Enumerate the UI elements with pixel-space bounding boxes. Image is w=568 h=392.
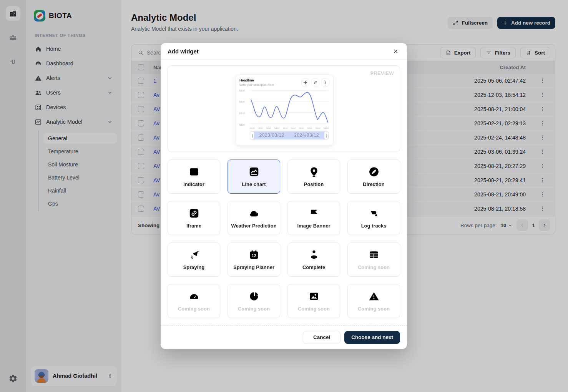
y-axis-label: label: [239, 101, 249, 103]
more-button: [321, 78, 329, 86]
widget-tile-coming-soon-image: Coming soon: [287, 284, 340, 318]
tile-label: Indicator: [183, 181, 204, 187]
widget-tile-spraying[interactable]: Spraying: [168, 243, 220, 277]
y-axis-label: label: [239, 124, 249, 126]
line-chart-icon: [248, 166, 260, 178]
tile-label: Complete: [302, 264, 325, 270]
widget-tile-coming-soon-gauge: Coming soon: [168, 284, 220, 318]
preview-widget-card: Headline Enter your description here lab…: [235, 75, 334, 145]
link-icon: [188, 208, 200, 219]
choose-and-next-button[interactable]: Choose and next: [344, 331, 400, 344]
tile-label: Position: [304, 181, 324, 187]
widget-tile-coming-soon-pie: Coming soon: [228, 284, 280, 318]
tile-label: Coming soon: [238, 306, 270, 312]
tile-label: Line chart: [242, 181, 266, 187]
widget-tile-complete[interactable]: Complete: [287, 243, 340, 277]
tile-label: Direction: [363, 181, 384, 187]
widget-tile-coming-soon-warning: Coming soon: [347, 284, 400, 318]
preview-x-axis: labellabellabellabellabellabellabellabel…: [250, 127, 329, 129]
widget-tile-log-tracks[interactable]: Log tracks: [347, 201, 400, 235]
widget-preview-box: PREVIEW Headline Enter your description …: [168, 65, 400, 152]
x-axis-label: label: [291, 127, 296, 129]
widget-tile-line-chart[interactable]: Line chart: [228, 159, 280, 194]
widget-tile-weather-prediction[interactable]: Weather Prediction: [228, 201, 280, 235]
tile-label: Spraying: [183, 264, 205, 270]
resize-button: [311, 78, 319, 86]
widget-tile-position[interactable]: Position: [287, 159, 340, 194]
modal-body: PREVIEW Headline Enter your description …: [161, 60, 407, 318]
pin-base-icon: [308, 249, 320, 261]
gauge-icon: [188, 291, 200, 302]
slider-right-handle: [324, 131, 329, 140]
tile-label: Coming soon: [298, 306, 330, 312]
modal-close-button[interactable]: [391, 47, 400, 56]
preview-line-chart: labellabellabellabel: [239, 89, 329, 126]
preview-date-range-slider: 2023/03/12 2024/03/12: [250, 131, 329, 140]
indicator-icon: [188, 166, 200, 178]
tile-label: Coming soon: [358, 264, 390, 270]
tile-label: Log tracks: [361, 223, 387, 229]
x-axis-label: label: [282, 127, 287, 129]
widget-tile-direction[interactable]: Direction: [347, 159, 400, 194]
route-icon: [368, 208, 380, 219]
x-axis-label: label: [316, 127, 321, 129]
pie-chart-icon: [248, 291, 260, 302]
modal-footer: Cancel Choose and next: [161, 326, 407, 349]
widget-tile-image-banner[interactable]: Image Banner: [287, 201, 340, 235]
widget-tile-indicator[interactable]: Indicator: [168, 159, 220, 194]
add-widget-modal: Add widget PREVIEW Headline Enter your d…: [161, 43, 407, 349]
image-icon: [308, 291, 320, 302]
warning-triangle-icon: [368, 291, 380, 302]
x-axis-label: label: [274, 127, 279, 129]
x-axis-label: label: [324, 127, 329, 129]
widget-tile-spraying-planner[interactable]: Spraying Planner: [228, 243, 280, 277]
x-axis-label: label: [299, 127, 304, 129]
close-icon: [393, 48, 399, 54]
preview-headline: Headline: [239, 78, 274, 82]
tile-label: Image Banner: [297, 223, 331, 229]
tile-label: Weather Prediction: [231, 223, 276, 229]
x-axis-label: label: [266, 127, 271, 129]
cancel-button[interactable]: Cancel: [303, 331, 340, 344]
range-end-date: 2024/03/12: [289, 133, 324, 138]
calendar-12-icon: [248, 249, 260, 261]
preview-description: Enter your description here: [239, 83, 274, 86]
cloud-icon: [248, 208, 260, 219]
table-icon: [368, 249, 380, 261]
modal-header: Add widget: [161, 43, 407, 60]
x-axis-label: label: [250, 127, 255, 129]
tile-label: Coming soon: [178, 306, 210, 312]
resize-icon: [313, 80, 317, 85]
tile-label: Coming soon: [358, 306, 390, 312]
widget-tile-iframe[interactable]: Iframe: [168, 201, 220, 235]
x-axis-label: label: [307, 127, 312, 129]
slider-left-handle: [250, 131, 254, 140]
modal-title: Add widget: [168, 48, 199, 55]
preview-label: PREVIEW: [370, 71, 394, 76]
map-pin-icon: [308, 166, 320, 178]
compass-icon: [368, 166, 380, 178]
widget-type-grid: Indicator Line chart Position Direction …: [168, 159, 400, 318]
kebab-menu-icon: [323, 80, 327, 85]
x-axis-label: label: [258, 127, 263, 129]
y-axis-label: label: [239, 112, 249, 115]
range-start-date: 2023/03/12: [254, 133, 289, 138]
preview-chart-svg: [250, 89, 329, 126]
move-icon: [303, 80, 307, 85]
tile-label: Spraying Planner: [233, 264, 274, 270]
preview-widget-actions: [301, 78, 329, 86]
move-button: [301, 78, 309, 86]
spray-icon: [188, 249, 200, 261]
widget-tile-coming-soon-table: Coming soon: [347, 243, 400, 277]
y-axis-label: label: [239, 90, 249, 92]
flag-icon: [308, 208, 320, 219]
tile-label: Iframe: [186, 223, 201, 229]
